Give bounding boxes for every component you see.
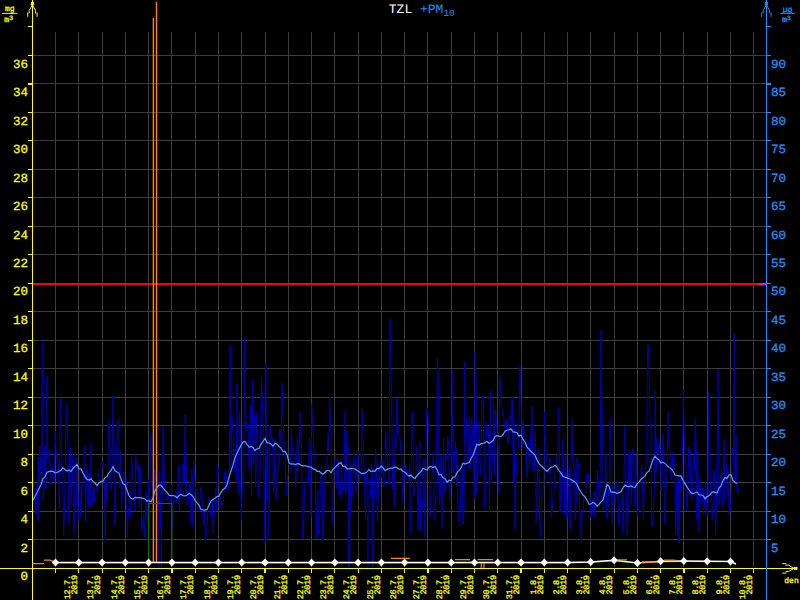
svg-text:10: 10: [771, 513, 786, 527]
svg-text:den: den: [784, 577, 799, 586]
svg-text:75: 75: [771, 143, 786, 157]
svg-text:0: 0: [20, 570, 28, 584]
svg-text:80: 80: [771, 115, 786, 129]
svg-text:8: 8: [20, 456, 28, 470]
svg-text:2019: 2019: [373, 575, 383, 594]
svg-text:25: 25: [771, 428, 786, 442]
svg-text:45: 45: [771, 314, 786, 328]
svg-text:2019: 2019: [489, 575, 499, 594]
svg-text:2019: 2019: [652, 575, 662, 594]
svg-text:22: 22: [13, 257, 28, 271]
svg-text:2019: 2019: [256, 575, 266, 594]
svg-text:2019: 2019: [466, 575, 476, 594]
svg-text:15: 15: [771, 485, 786, 499]
svg-text:2019: 2019: [349, 575, 359, 594]
svg-text:30: 30: [13, 143, 28, 157]
svg-text:2019: 2019: [280, 575, 290, 594]
svg-text:35: 35: [771, 371, 786, 385]
svg-text:60: 60: [771, 229, 786, 243]
svg-text:2019: 2019: [722, 575, 732, 594]
svg-text:6: 6: [20, 485, 28, 499]
svg-text:26: 26: [13, 200, 28, 214]
svg-text:2019: 2019: [210, 575, 220, 594]
svg-text:2019: 2019: [512, 575, 522, 594]
svg-text:28: 28: [13, 172, 28, 186]
svg-text:36: 36: [13, 58, 28, 72]
svg-text:2019: 2019: [163, 575, 173, 594]
svg-text:16: 16: [13, 342, 28, 356]
svg-text:2019: 2019: [303, 575, 313, 594]
svg-text:2019: 2019: [70, 575, 80, 594]
svg-text:2019: 2019: [326, 575, 336, 594]
svg-text:mg: mg: [5, 5, 15, 14]
svg-text:70: 70: [771, 172, 786, 186]
svg-text:2019: 2019: [187, 575, 197, 594]
svg-text:50: 50: [771, 285, 786, 299]
svg-text:2019: 2019: [699, 575, 709, 594]
svg-text:12: 12: [13, 399, 28, 413]
svg-text:4: 4: [20, 513, 28, 527]
svg-text:20: 20: [13, 285, 28, 299]
svg-text:2019: 2019: [443, 575, 453, 594]
svg-text:2019: 2019: [140, 575, 150, 594]
svg-text:20: 20: [771, 456, 786, 470]
svg-text:5: 5: [771, 542, 779, 556]
svg-text:10: 10: [13, 428, 28, 442]
svg-text:30: 30: [771, 399, 786, 413]
svg-text:24: 24: [13, 229, 28, 243]
svg-text:2019: 2019: [745, 575, 755, 594]
svg-text:55: 55: [771, 257, 786, 271]
svg-text:2019: 2019: [559, 575, 569, 594]
svg-text:2019: 2019: [582, 575, 592, 594]
svg-text:2019: 2019: [419, 575, 429, 594]
svg-text:18: 18: [13, 314, 28, 328]
svg-text:2019: 2019: [93, 575, 103, 594]
svg-text:2019: 2019: [675, 575, 685, 594]
svg-text:85: 85: [771, 86, 786, 100]
svg-text:2019: 2019: [536, 575, 546, 594]
svg-text:2: 2: [20, 542, 28, 556]
svg-text:2019: 2019: [233, 575, 243, 594]
svg-text:2019: 2019: [117, 575, 127, 594]
svg-text:2019: 2019: [396, 575, 406, 594]
svg-text:65: 65: [771, 200, 786, 214]
svg-text:90: 90: [771, 58, 786, 72]
svg-text:34: 34: [13, 86, 28, 100]
svg-text:14: 14: [13, 371, 28, 385]
svg-text:40: 40: [771, 342, 786, 356]
svg-text:2019: 2019: [629, 575, 639, 594]
svg-text:2019: 2019: [605, 575, 615, 594]
svg-text:32: 32: [13, 115, 28, 129]
